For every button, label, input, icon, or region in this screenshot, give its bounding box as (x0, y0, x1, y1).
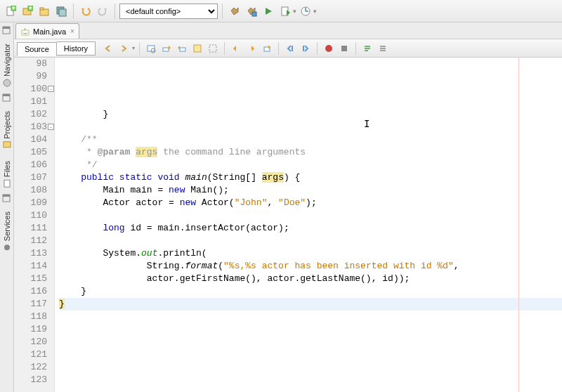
print-margin (518, 58, 519, 392)
toggle-bookmark-icon[interactable] (260, 41, 274, 55)
toolbar-separator (355, 42, 356, 55)
profile-icon[interactable] (298, 4, 313, 19)
sidebar-tab-label: Files (3, 161, 11, 177)
comment-icon[interactable] (360, 41, 374, 55)
svg-rect-12 (3, 27, 10, 29)
code-editor[interactable]: 9899100-101102103-1041051061071081091101… (14, 58, 562, 392)
toolbar-separator (73, 4, 74, 19)
editor-toolbar-row: Source History ▾ (14, 39, 562, 58)
sidebar-tab-services[interactable]: Services (3, 211, 11, 251)
file-tab-main-java[interactable]: Main.java × (15, 23, 79, 39)
sidebar-tab-files[interactable]: Files (3, 161, 11, 188)
text-cursor-icon: I (364, 117, 370, 130)
svg-rect-25 (180, 48, 185, 51)
close-tab-icon[interactable]: × (70, 27, 74, 35)
dropdown-arrow-icon[interactable]: ▾ (313, 8, 317, 15)
editor-area: Main.java × Source History ▾ (14, 22, 562, 392)
sidebar-tab-navigator[interactable]: Navigator (3, 44, 11, 87)
prev-bookmark-icon[interactable] (229, 41, 243, 55)
minimize-icon[interactable] (1, 93, 13, 104)
sidebar-tab-label: Projects (3, 111, 11, 139)
toolbar-separator (222, 4, 223, 19)
start-macro-icon[interactable] (322, 41, 336, 55)
svg-rect-8 (252, 12, 256, 16)
dropdown-arrow-icon[interactable]: ▾ (132, 45, 135, 51)
svg-rect-32 (341, 46, 347, 51)
svg-rect-7 (59, 9, 66, 16)
toggle-highlight-icon[interactable] (190, 41, 204, 55)
toolbar-separator (115, 4, 115, 19)
svg-point-13 (4, 79, 11, 86)
sidebar-tab-projects[interactable]: Projects (3, 111, 11, 150)
find-prev-icon[interactable] (159, 41, 174, 55)
svg-rect-30 (303, 46, 304, 51)
shift-left-icon[interactable] (283, 41, 297, 55)
fold-toggle-icon[interactable]: - (48, 124, 54, 130)
tab-source[interactable]: Source (17, 42, 57, 56)
clean-build-icon[interactable] (244, 4, 259, 19)
svg-rect-5 (40, 8, 44, 10)
file-tab-bar: Main.java × (14, 22, 562, 39)
minimize-icon[interactable] (1, 193, 13, 204)
minimize-icon[interactable] (1, 25, 13, 37)
nav-back-icon[interactable] (101, 41, 115, 55)
debug-icon[interactable] (277, 4, 293, 19)
uncomment-icon[interactable] (376, 41, 390, 55)
next-bookmark-icon[interactable] (244, 41, 259, 55)
toggle-rect-select-icon[interactable] (206, 41, 220, 55)
svg-rect-26 (194, 45, 201, 52)
redo-icon[interactable] (95, 4, 110, 19)
svg-rect-21 (22, 30, 29, 35)
dropdown-arrow-icon[interactable]: ▾ (293, 8, 296, 15)
file-tab-label: Main.java (33, 27, 66, 36)
new-file-icon[interactable] (3, 4, 18, 19)
svg-rect-16 (4, 142, 11, 148)
svg-point-20 (4, 244, 10, 250)
shift-right-icon[interactable] (299, 41, 313, 55)
line-gutter: 9899100-101102103-1041051061071081091101… (14, 58, 55, 392)
config-dropdown[interactable]: <default config> (119, 4, 218, 19)
editor-toolbar: ▾ (101, 41, 390, 55)
build-icon[interactable] (227, 4, 242, 19)
code-content[interactable]: I } /** * @param args the command line a… (55, 58, 562, 392)
left-sidebar: Navigator Projects Files Services (0, 22, 14, 392)
main-toolbar: <default config> ▾ ▾ (0, 0, 562, 22)
toolbar-separator (317, 42, 318, 55)
undo-icon[interactable] (78, 4, 93, 19)
find-selection-icon[interactable] (144, 41, 158, 55)
svg-point-31 (325, 45, 332, 52)
stop-macro-icon[interactable] (337, 41, 351, 55)
tab-history[interactable]: History (57, 41, 96, 55)
sidebar-tab-label: Navigator (3, 44, 11, 77)
open-icon[interactable] (37, 4, 52, 19)
java-file-icon (20, 27, 30, 37)
run-icon[interactable] (261, 4, 276, 19)
svg-rect-17 (4, 180, 10, 187)
new-project-icon[interactable] (20, 4, 35, 19)
toolbar-separator (278, 42, 279, 55)
svg-rect-29 (292, 46, 293, 51)
svg-rect-24 (163, 48, 169, 51)
fold-toggle-icon[interactable]: - (48, 86, 54, 92)
toolbar-separator (224, 42, 225, 55)
find-next-icon[interactable] (175, 41, 189, 55)
svg-rect-15 (3, 94, 10, 96)
sidebar-tab-label: Services (3, 211, 11, 241)
svg-rect-27 (209, 45, 216, 52)
svg-rect-19 (3, 195, 10, 197)
nav-fwd-icon[interactable] (117, 41, 131, 55)
save-all-icon[interactable] (53, 4, 69, 19)
toolbar-separator (139, 42, 140, 55)
